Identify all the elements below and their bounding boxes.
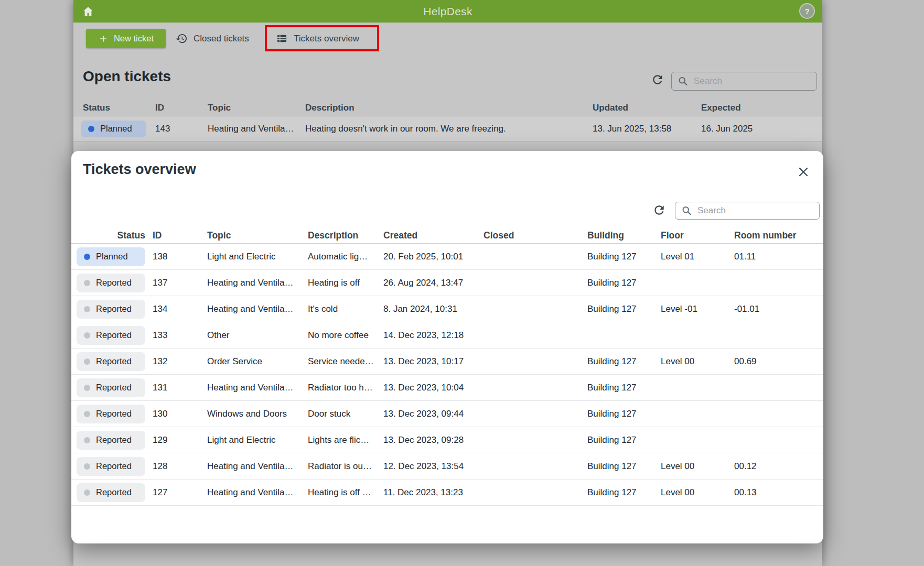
column-header-id: ID xyxy=(145,230,207,241)
cell-created: 11. Dec 2023, 13:23 xyxy=(383,487,484,498)
cell-id: 143 xyxy=(155,124,208,134)
table-row[interactable]: Reported133OtherNo more coffee14. Dec 20… xyxy=(71,322,823,349)
cell-topic: Windows and Doors xyxy=(207,409,308,419)
cell-id: 129 xyxy=(145,435,207,445)
status-badge: Planned xyxy=(77,247,145,266)
search-icon xyxy=(681,205,692,216)
status-dot-icon xyxy=(84,385,90,391)
cell-description: No more coffee xyxy=(308,330,383,341)
cell-status: Reported xyxy=(77,457,145,476)
table-row[interactable]: Reported130Windows and DoorsDoor stuck13… xyxy=(71,401,823,427)
table-row[interactable]: Reported132Order ServiceService neede…13… xyxy=(71,349,823,375)
cell-status: Reported xyxy=(77,405,145,423)
table-row[interactable]: Reported134Heating and Ventila…It's cold… xyxy=(71,296,823,322)
table-row[interactable]: Reported127Heating and Ventila…Heating i… xyxy=(71,480,823,506)
new-ticket-button[interactable]: New ticket xyxy=(86,29,166,48)
column-header-description: Description xyxy=(305,103,593,113)
cell-description: Automatic lig… xyxy=(308,252,383,262)
table-row[interactable]: Reported131Heating and Ventila…Radiator … xyxy=(71,375,823,401)
cell-id: 131 xyxy=(145,383,207,393)
tickets-overview-button[interactable]: Tickets overview xyxy=(276,29,359,48)
status-label: Planned xyxy=(100,124,132,134)
cell-description: Heating is off … xyxy=(308,487,383,498)
cell-room: 00.13 xyxy=(734,487,823,498)
open-table-body: Planned143Heating and Ventila…Heating do… xyxy=(73,116,822,142)
cell-building: Building 127 xyxy=(587,487,661,498)
cell-topic: Heating and Ventila… xyxy=(207,461,308,472)
toolbar: New ticket Closed tickets Tickets overvi… xyxy=(73,23,822,59)
status-label: Reported xyxy=(96,356,132,366)
status-label: Reported xyxy=(96,435,132,445)
status-badge: Reported xyxy=(77,300,145,319)
status-dot-icon xyxy=(84,254,90,260)
refresh-icon[interactable] xyxy=(651,73,664,86)
open-search xyxy=(671,72,817,91)
cell-id: 137 xyxy=(145,278,207,288)
modal-table-body: Planned138Light and ElectricAutomatic li… xyxy=(71,244,823,506)
cell-building: Building 127 xyxy=(587,304,661,314)
status-label: Reported xyxy=(96,487,132,497)
cell-created: 20. Feb 2025, 10:01 xyxy=(383,252,484,262)
cell-floor: Level 00 xyxy=(661,461,734,472)
page: HelpDesk ? New ticket Closed tickets Tic… xyxy=(0,0,924,566)
open-tickets-title: Open tickets xyxy=(83,68,171,85)
status-badge: Reported xyxy=(77,457,145,476)
status-badge: Reported xyxy=(77,431,145,450)
history-icon xyxy=(176,32,188,45)
cell-status: Planned xyxy=(77,247,145,266)
table-row[interactable]: Reported137Heating and Ventila…Heating i… xyxy=(71,270,823,296)
cell-topic: Heating and Ventila… xyxy=(207,487,308,498)
cell-created: 13. Dec 2023, 10:04 xyxy=(383,383,484,393)
cell-created: 13. Dec 2023, 10:17 xyxy=(383,356,484,367)
cell-topic: Light and Electric xyxy=(207,435,308,445)
search-input[interactable] xyxy=(675,202,820,220)
cell-room: -01.01 xyxy=(734,304,823,314)
cell-expected: 16. Jun 2025 xyxy=(701,124,822,134)
cell-description: Lights are flic… xyxy=(308,435,383,445)
new-ticket-label: New ticket xyxy=(114,34,154,43)
cell-description: Radiator too h… xyxy=(308,383,383,393)
column-header-floor: Floor xyxy=(661,230,734,241)
cell-room: 01.11 xyxy=(734,252,823,262)
cell-floor: Level -01 xyxy=(661,304,734,314)
open-table-header: Status ID Topic Description Updated Expe… xyxy=(73,100,822,116)
table-row[interactable]: Planned143Heating and Ventila…Heating do… xyxy=(73,116,822,142)
column-header-status: Status xyxy=(77,230,145,241)
close-icon[interactable] xyxy=(797,166,810,178)
cell-building: Building 127 xyxy=(587,461,661,472)
cell-building: Building 127 xyxy=(587,278,661,288)
cell-topic: Heating and Ventila… xyxy=(208,124,305,134)
closed-tickets-button[interactable]: Closed tickets xyxy=(176,29,249,48)
status-label: Planned xyxy=(96,252,128,262)
cell-floor: Level 01 xyxy=(661,252,734,262)
table-row[interactable]: Reported128Heating and Ventila…Radiator … xyxy=(71,453,823,480)
status-badge: Reported xyxy=(77,378,145,397)
status-dot-icon xyxy=(84,489,90,496)
status-label: Reported xyxy=(96,383,132,393)
refresh-icon[interactable] xyxy=(652,203,666,217)
cell-created: 26. Aug 2024, 13:47 xyxy=(383,278,484,288)
status-dot-icon xyxy=(84,437,90,443)
cell-status: Planned xyxy=(81,121,155,137)
cell-status: Reported xyxy=(77,352,145,371)
status-badge: Reported xyxy=(77,274,145,292)
table-row[interactable]: Planned138Light and ElectricAutomatic li… xyxy=(71,244,823,270)
home-icon[interactable] xyxy=(82,5,94,18)
cell-room: 00.69 xyxy=(734,356,823,367)
cell-created: 13. Dec 2023, 09:28 xyxy=(383,435,484,445)
cell-floor: Level 00 xyxy=(661,356,734,367)
status-badge: Planned xyxy=(81,121,146,137)
search-input[interactable] xyxy=(671,72,817,91)
table-row[interactable]: Reported129Light and ElectricLights are … xyxy=(71,427,823,453)
column-header-topic: Topic xyxy=(208,103,305,113)
status-dot-icon xyxy=(84,358,90,365)
cell-status: Reported xyxy=(77,300,145,319)
cell-status: Reported xyxy=(77,431,145,450)
cell-building: Building 127 xyxy=(587,356,661,367)
cell-id: 132 xyxy=(145,356,207,367)
help-button[interactable]: ? xyxy=(799,3,815,19)
cell-description: Service neede… xyxy=(308,356,383,367)
status-dot-icon xyxy=(88,126,94,132)
cell-id: 127 xyxy=(145,487,207,498)
cell-id: 134 xyxy=(145,304,207,314)
